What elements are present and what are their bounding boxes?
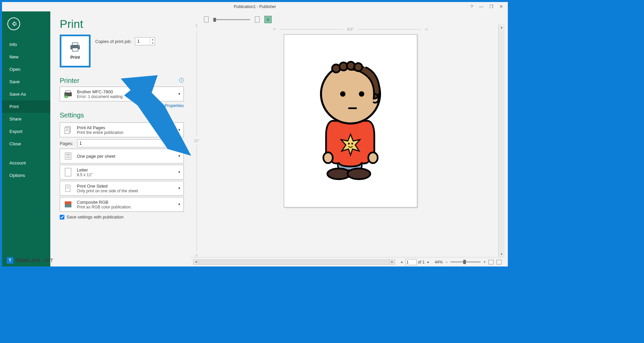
chevron-down-icon: ▼ [178,170,181,174]
back-button[interactable] [7,17,20,30]
svg-point-33 [354,63,362,71]
setting-pages-sub: Print the entire publication [77,130,181,135]
scroll-left-icon[interactable]: ◄ [194,260,199,264]
help-icon[interactable]: ? [471,4,473,9]
setting-size-sub: 8.5 x 11" [77,173,181,177]
setting-size-title: Letter [77,167,181,173]
page-next-icon[interactable]: ► [426,260,431,264]
page-current-input[interactable] [405,259,417,265]
scroll-right-icon[interactable]: ► [389,260,395,264]
svg-point-23 [347,168,370,179]
copies-spinner[interactable]: ▲▼ [135,37,155,45]
sidebar-item-open[interactable]: Open [2,63,50,76]
info-icon[interactable]: i [179,141,184,146]
svg-point-25 [368,152,378,163]
sidebar-item-save[interactable]: Save [2,76,50,88]
setting-layout-title: One page per sheet [77,154,181,159]
svg-rect-20 [65,201,71,204]
sidebar-item-print[interactable]: Print [2,100,50,113]
sidebar-item-info[interactable]: Info [2,38,50,51]
sidebar-item-saveas[interactable]: Save As [2,88,50,100]
ruler-toggle[interactable]: ⊟ [264,16,272,23]
chevron-down-icon: ▼ [178,203,181,206]
svg-rect-5 [66,91,70,93]
sidebar-item-new[interactable]: New [2,51,50,63]
print-preview-panel: ⊟ ⊤ 11" ⊥ ⊢ 8.5" ⊣ [187,11,508,266]
fit-page-icon[interactable] [488,260,494,264]
preview-size-slider[interactable] [213,19,250,20]
zoom-in-icon[interactable]: + [483,260,486,264]
page-total-label: of 1 [418,260,425,264]
setting-print-pages[interactable]: Print All Pages Print the entire publica… [60,122,184,137]
svg-rect-14 [66,156,70,158]
settings-heading: Settings [60,111,184,119]
setting-paper-size[interactable]: Letter 8.5 x 11" ▼ [60,165,184,180]
print-button-label: Print [70,55,80,60]
svg-point-34 [340,91,345,97]
svg-rect-8 [65,128,69,134]
svg-rect-21 [65,204,71,207]
setting-color-title: Composite RGB [77,200,181,205]
info-icon[interactable]: i [179,78,184,83]
printer-status: Error: 1 document waiting [77,94,181,99]
save-settings-checkbox[interactable] [60,215,64,219]
copies-input[interactable] [135,38,150,45]
minimize-icon[interactable]: — [479,4,483,9]
page-prev-icon[interactable]: ◄ [399,260,404,264]
pages-input[interactable] [77,139,176,147]
printer-icon [69,42,81,52]
zoom-out-icon[interactable]: − [445,260,448,264]
pages-label: Pages: [60,141,74,146]
page-title: Print [60,17,184,31]
printer-properties-link[interactable]: Printer Properties [60,103,184,108]
svg-rect-13 [66,154,70,155]
printer-status-icon [63,90,73,98]
setting-color-sub: Print as RGB color publication. [77,205,181,209]
multi-page-icon[interactable] [496,260,502,264]
svg-point-27 [348,143,350,145]
svg-rect-2 [72,48,78,51]
watermark-logo-icon: T [7,257,13,264]
spinner-down-icon[interactable]: ▼ [150,41,155,45]
ruler-height-label: 11" [194,139,199,143]
watermark: T TEMPLATE.NET [7,257,53,264]
vertical-scrollbar[interactable]: ▲ ▼ [498,24,504,257]
svg-point-24 [323,152,333,163]
pages-icon [63,126,73,134]
printer-heading: Printer [60,77,79,85]
zoom-slider[interactable] [450,261,481,262]
zoom-label: 44% [435,260,443,264]
color-icon [63,200,73,209]
svg-rect-36 [348,107,357,109]
printer-select[interactable]: Brother MFC-7800 Error: 1 document waiti… [60,87,184,101]
sidebar-item-share[interactable]: Share [2,113,50,125]
chevron-down-icon: ▼ [178,92,181,96]
spinner-up-icon[interactable]: ▲ [150,38,155,41]
page-navigator: ◄ of 1 ► [399,259,431,265]
scroll-down-icon[interactable]: ▼ [499,251,504,257]
sidebar-item-account[interactable]: Account [2,157,50,169]
horizontal-scrollbar[interactable]: ◄ ► [193,259,395,265]
clipart-boy-icon [312,57,389,185]
restore-icon[interactable]: ❐ [489,4,493,9]
close-icon[interactable]: ✕ [499,4,503,9]
svg-point-35 [359,91,364,97]
setting-pages-title: Print All Pages [77,125,181,130]
backstage-sidebar: Info New Open Save Save As Print Share E… [2,11,50,266]
setting-sides[interactable]: Print One Sided Only print on one side o… [60,181,184,196]
print-button[interactable]: Print [60,35,91,67]
setting-layout[interactable]: One page per sheet ▼ [60,149,184,163]
sidebar-item-options[interactable]: Options [2,169,50,182]
sidebar-item-export[interactable]: Export [2,125,50,138]
svg-point-3 [78,46,79,47]
watermark-text1: TEMPLATE [15,258,40,263]
scroll-up-icon[interactable]: ▲ [499,24,504,30]
svg-rect-15 [65,168,71,176]
setting-color[interactable]: Composite RGB Print as RGB color publica… [60,197,184,212]
page-thumb-icon[interactable] [255,16,260,22]
sidebar-item-close[interactable]: Close [2,138,50,150]
printer-name: Brother MFC-7800 [77,89,181,94]
page-thumb-icon[interactable] [204,16,209,22]
chevron-down-icon: ▼ [178,128,181,132]
vertical-ruler: ⊤ 11" ⊥ [191,24,203,257]
